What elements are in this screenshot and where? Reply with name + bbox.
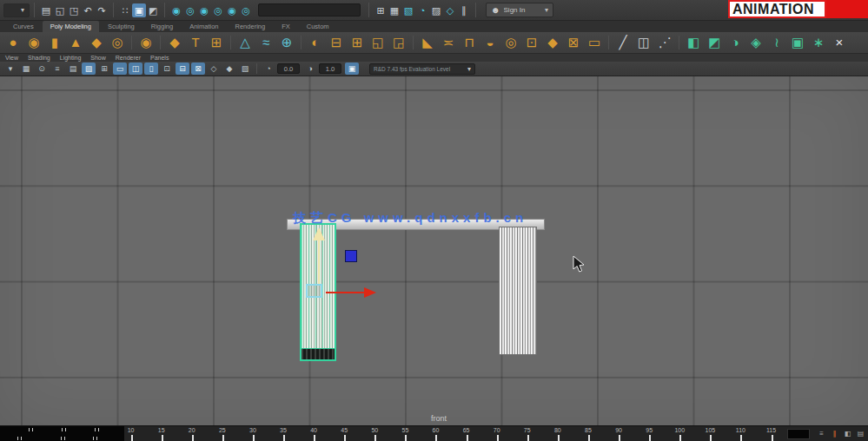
2d-pan-zoom-icon[interactable]: ⊞ <box>97 63 111 75</box>
item-rigging[interactable]: Rigging <box>143 21 181 32</box>
render-current-frame-icon[interactable]: ▧ <box>401 3 415 17</box>
item-custom[interactable]: Custom <box>299 21 337 32</box>
cone-gizmo-icon[interactable]: △ <box>235 33 255 52</box>
viewport[interactable]: 技艺CG www.qdnxxfb.cn front <box>0 76 868 425</box>
item-rendering[interactable]: Rendering <box>228 21 274 32</box>
crease-tool-icon[interactable]: ╱ <box>613 33 633 52</box>
resolution-gate-icon[interactable]: ◫ <box>129 63 142 75</box>
append-polygon-icon[interactable]: ◧ <box>684 33 703 52</box>
manipulator-y-arrowhead[interactable] <box>313 227 325 240</box>
new-scene-icon[interactable]: ▤ <box>39 3 53 17</box>
item-115[interactable]: 115 <box>756 427 786 441</box>
project-curve-icon[interactable]: ⊠ <box>564 33 583 52</box>
bookmarks-icon[interactable]: ▤ <box>66 63 80 75</box>
gate-mask-icon[interactable]: ▯ <box>144 63 158 75</box>
manipulator-x-axis[interactable] <box>326 292 364 293</box>
duplicate-face-icon[interactable]: ⊡ <box>522 33 541 52</box>
snap-grid-icon[interactable]: ◉ <box>169 3 183 17</box>
sign-in-dropdown[interactable]: ☻ Sign In ▾ <box>486 3 553 17</box>
delete-icon[interactable]: × <box>830 33 849 52</box>
item-60[interactable]: 60 <box>421 427 451 441</box>
item-lighting[interactable]: Lighting <box>60 55 82 61</box>
polypipe-icon[interactable]: ◉ <box>136 33 156 52</box>
playback-range-icon[interactable]: ≡ <box>817 427 826 441</box>
lattice-icon[interactable]: ⊕ <box>277 33 296 52</box>
item-25[interactable]: 25 <box>207 427 237 441</box>
mirror-icon[interactable]: ◲ <box>389 33 408 52</box>
film-gate-icon[interactable]: ▭ <box>113 63 127 75</box>
item-curves[interactable]: Curves <box>5 21 42 32</box>
pause-viewport-icon[interactable]: ∥ <box>457 3 471 17</box>
fill-hole-icon[interactable]: ◒ <box>480 33 500 52</box>
quick-select-input[interactable] <box>258 3 361 16</box>
time-slider[interactable]: 1015202530354045505560657075808590951001… <box>0 425 868 441</box>
polytorus-icon[interactable]: ◆ <box>87 33 106 52</box>
sculpt-tool-icon[interactable]: ◐ <box>306 33 325 52</box>
render-sequence-icon[interactable]: ▨ <box>429 3 443 17</box>
polycone-icon[interactable]: ▲ <box>66 33 85 52</box>
render-settings-icon[interactable]: ⊞ <box>374 3 388 17</box>
lock-camera-icon[interactable]: ⊙ <box>35 63 49 75</box>
bridge-icon[interactable]: ⊓ <box>460 33 479 52</box>
camera-attributes-icon[interactable]: ≡ <box>50 63 64 75</box>
item-110[interactable]: 110 <box>726 427 756 441</box>
pause-button[interactable]: ∥ <box>830 427 839 441</box>
item-40[interactable]: 40 <box>299 427 329 441</box>
item-20[interactable]: 20 <box>176 427 207 441</box>
item-100[interactable]: 100 <box>665 427 695 441</box>
conform-icon[interactable]: ◈ <box>746 33 765 52</box>
item-show[interactable]: Show <box>90 55 106 61</box>
type-tool-icon[interactable]: T <box>186 33 205 52</box>
bevel-icon[interactable]: ≍ <box>439 33 458 52</box>
safe-title-icon[interactable]: ⊠ <box>191 63 205 75</box>
exposure-field[interactable]: 0.0 <box>277 63 300 74</box>
snap-curve-icon[interactable]: ◎ <box>183 3 197 17</box>
item-85[interactable]: 85 <box>573 427 603 441</box>
polyplane-icon[interactable]: ◎ <box>108 33 127 52</box>
manipulator-x-arrowhead[interactable] <box>364 287 376 298</box>
ipr-render-icon[interactable]: ◔ <box>415 3 429 17</box>
svg-tool-icon[interactable]: ⊞ <box>207 33 226 52</box>
sculpt-mesh-icon[interactable]: ◑ <box>726 33 745 52</box>
exposure-icon[interactable]: ◔ <box>262 63 275 75</box>
gamma-field[interactable]: 1.0 <box>319 63 341 74</box>
current-frame-field[interactable] <box>787 429 810 439</box>
image-plane-icon[interactable]: ▧ <box>82 63 96 75</box>
item-animation[interactable]: Animation <box>182 21 226 32</box>
manipulator-y-axis[interactable] <box>318 240 320 284</box>
snap-view-plane-icon[interactable]: ◉ <box>225 3 239 17</box>
undo-icon[interactable]: ↶ <box>81 3 95 17</box>
launch-render-icon[interactable]: ◇ <box>443 3 457 17</box>
item-65[interactable]: 65 <box>451 427 481 441</box>
make-live-icon[interactable]: ◎ <box>239 3 253 17</box>
item-fx[interactable]: FX <box>274 21 298 32</box>
platonic-solid-icon[interactable]: ◆ <box>165 33 184 52</box>
curve-to-poly-icon[interactable]: ≀ <box>767 33 786 52</box>
item-105[interactable]: 105 <box>695 427 726 441</box>
open-scene-icon[interactable]: ◱ <box>53 3 67 17</box>
animation-preferences-icon[interactable]: ▤ <box>856 427 865 441</box>
select-component-icon[interactable]: ◩ <box>146 3 160 17</box>
range-slider-region[interactable] <box>0 426 124 441</box>
polycylinder-icon[interactable]: ▮ <box>45 33 64 52</box>
frame-ticks[interactable]: 1015202530354045505560657075808590951001… <box>116 427 786 441</box>
item-75[interactable]: 75 <box>512 427 542 441</box>
wedge-icon[interactable]: ◆ <box>543 33 562 52</box>
item-80[interactable]: 80 <box>542 427 573 441</box>
redo-icon[interactable]: ↷ <box>95 3 109 17</box>
viewport2-icon[interactable]: ▣ <box>345 63 359 75</box>
item-renderer[interactable]: Renderer <box>116 55 141 61</box>
item-90[interactable]: 90 <box>604 427 634 441</box>
quad-draw-icon[interactable]: ▭ <box>585 33 604 52</box>
frame-selection-icon[interactable]: ◆ <box>222 63 236 75</box>
panel-pin-icon[interactable]: ▾ <box>3 63 17 75</box>
item-panels[interactable]: Panels <box>150 55 169 61</box>
item-poly-modeling[interactable]: Poly Modeling <box>43 21 99 32</box>
curtain-object[interactable] <box>499 227 537 355</box>
manipulator-center-handle[interactable] <box>306 284 322 298</box>
polycube-icon[interactable]: ◉ <box>24 33 43 52</box>
circularize-icon[interactable]: ◎ <box>501 33 520 52</box>
extrude-icon[interactable]: ◣ <box>418 33 437 52</box>
create-polygon-icon[interactable]: ◩ <box>705 33 724 52</box>
item-95[interactable]: 95 <box>634 427 665 441</box>
